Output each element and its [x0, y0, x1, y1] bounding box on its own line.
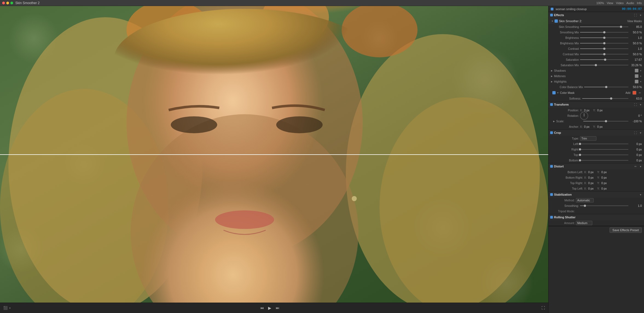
saturation-thumb[interactable] — [604, 59, 606, 61]
midtones-expand-arrow[interactable] — [551, 75, 553, 77]
saturation-mix-thumb[interactable] — [595, 64, 597, 66]
effects-options-icon[interactable]: ▾ — [639, 13, 642, 17]
brightness-mix-thumb[interactable] — [603, 42, 605, 44]
tab-video[interactable]: Video — [616, 1, 624, 5]
distort-tl-x-value[interactable]: 0 px — [588, 187, 596, 190]
close-window-btn[interactable] — [2, 2, 5, 4]
skin-smoothing-thumb[interactable] — [620, 26, 622, 28]
crop-bottom-thumb[interactable] — [579, 159, 581, 161]
position-x-value[interactable]: 0 px — [584, 109, 592, 112]
skin-smoother-effect-header[interactable]: Skin Smoother 2: View Masks — [549, 18, 644, 24]
crop-section-header[interactable]: Crop ⛶ ▾ — [549, 130, 644, 136]
shadows-dropdown-arrow[interactable] — [640, 69, 642, 72]
color-mask-arrow[interactable] — [557, 92, 559, 94]
crop-left-slider[interactable] — [580, 142, 628, 146]
color-balance-mix-slider[interactable] — [584, 85, 628, 89]
scale-thumb[interactable] — [605, 120, 607, 122]
crop-top-slider[interactable] — [580, 153, 628, 157]
highlights-dropdown-arrow[interactable] — [640, 80, 642, 83]
shadows-expand-arrow[interactable] — [551, 69, 553, 72]
distort-options-icon[interactable]: ▾ — [639, 164, 642, 168]
distort-bl-x-value[interactable]: 0 px — [588, 170, 596, 174]
brightness-mix-slider[interactable] — [580, 41, 628, 45]
distort-edit-icon[interactable]: ✏ — [634, 164, 637, 168]
transform-section-header[interactable]: Transform ⛶ ▾ — [549, 102, 644, 108]
brightness-thumb[interactable] — [603, 37, 605, 39]
color-mask-swatch[interactable] — [633, 91, 636, 95]
view-masks-button[interactable]: View Masks — [627, 20, 642, 23]
crop-expand-icon[interactable]: ⛶ — [634, 131, 637, 135]
effects-section-header[interactable]: Effects ⛶ ▾ — [549, 12, 644, 18]
anchor-x-value[interactable]: 0 px — [584, 125, 592, 128]
rotation-slider[interactable] — [580, 114, 628, 118]
distort-tr-x-value[interactable]: 0 px — [588, 181, 596, 185]
crop-left-thumb[interactable] — [579, 143, 581, 145]
stabilization-smoothing-slider[interactable] — [580, 204, 628, 208]
skin-smoothing-slider[interactable] — [580, 25, 628, 29]
crop-type-dropdown[interactable]: Trim — [580, 136, 642, 141]
position-y-value[interactable]: 0 px — [597, 109, 605, 112]
go-to-start-button[interactable]: ⏮ — [260, 306, 264, 310]
crop-type-value[interactable]: Trim — [580, 136, 596, 141]
midtones-color-swatch[interactable] — [635, 74, 639, 78]
fullscreen-button[interactable]: ⛶ — [541, 306, 545, 310]
distort-tr-y-value[interactable]: 0 px — [601, 181, 610, 185]
tab-info[interactable]: Info — [637, 1, 642, 5]
stabilization-section-header[interactable]: Stabilization ▾ — [549, 192, 644, 198]
save-effects-preset-button[interactable]: Save Effects Preset — [610, 227, 642, 233]
rotation-dial[interactable] — [580, 112, 588, 120]
crop-bottom-slider[interactable] — [580, 158, 628, 162]
shadows-color-swatch[interactable] — [635, 69, 639, 73]
distort-tl-y-value[interactable]: 0 px — [601, 187, 610, 190]
preview-icon[interactable]: ⬛ — [3, 306, 8, 310]
saturation-slider[interactable] — [580, 58, 628, 62]
smoothing-mix-thumb[interactable] — [603, 31, 605, 33]
contrast-slider[interactable] — [580, 47, 628, 51]
effect-collapse-arrow[interactable] — [551, 20, 553, 22]
brightness-slider[interactable] — [580, 36, 628, 40]
effects-expand-icon[interactable]: ⛶ — [634, 13, 637, 17]
stabilization-method-value[interactable]: Automatic — [576, 198, 594, 202]
view-label[interactable]: View — [607, 1, 613, 5]
crop-right-thumb[interactable] — [579, 148, 581, 150]
transform-expand-icon[interactable]: ⛶ — [634, 103, 637, 106]
scale-expand-arrow[interactable] — [553, 120, 555, 122]
distort-bl-y-value[interactable]: 0 px — [601, 170, 610, 174]
crop-options-icon[interactable]: ▾ — [639, 131, 642, 135]
position-row: Position: X: 0 px Y: 0 px — [549, 108, 644, 113]
color-mask-edit-icon[interactable]: ✏ — [638, 91, 642, 95]
distort-br-y-value[interactable]: 0 px — [601, 176, 610, 179]
play-button[interactable]: ▶ — [268, 306, 271, 311]
contrast-mix-thumb[interactable] — [603, 53, 605, 55]
saturation-mix-slider[interactable] — [580, 63, 628, 67]
softness-thumb[interactable] — [610, 97, 612, 100]
rolling-shutter-section-header[interactable]: Rolling Shutter — [549, 214, 644, 220]
crop-right-slider[interactable] — [580, 147, 628, 151]
minimize-window-btn[interactable] — [6, 2, 9, 4]
fullscreen-window-btn[interactable] — [10, 2, 13, 4]
color-mask-add-button[interactable]: Add — [625, 91, 630, 94]
scale-slider[interactable] — [583, 119, 628, 123]
softness-slider[interactable] — [582, 97, 628, 100]
go-to-end-button[interactable]: ⏭ — [276, 306, 279, 310]
highlights-color-swatch[interactable] — [635, 80, 639, 83]
stabilization-options-icon[interactable]: ▾ — [639, 193, 642, 196]
rolling-shutter-amount-value[interactable]: Medium — [576, 221, 592, 225]
smoothing-mix-slider[interactable] — [580, 30, 628, 34]
color-mask-checkbox[interactable] — [552, 91, 556, 94]
transform-options-icon[interactable]: ▾ — [639, 103, 642, 106]
highlights-expand-arrow[interactable] — [551, 80, 553, 83]
anchor-y-value[interactable]: 0 px — [597, 125, 605, 128]
contrast-mix-slider[interactable] — [580, 52, 628, 56]
midtones-dropdown-arrow[interactable] — [640, 75, 642, 77]
stabilization-smoothing-thumb[interactable] — [584, 205, 586, 207]
color-balance-mix-thumb[interactable] — [605, 86, 607, 88]
tab-audio[interactable]: Audio — [626, 1, 634, 5]
crop-top-label: Top: — [553, 153, 579, 156]
effect-enabled-checkbox[interactable] — [555, 19, 558, 23]
crop-top-thumb[interactable] — [579, 154, 581, 156]
distort-section-header[interactable]: Distort ✏ ▾ — [549, 163, 644, 169]
contrast-thumb[interactable] — [603, 48, 605, 50]
rotation-label: Rotation: — [553, 114, 579, 117]
distort-br-x-value[interactable]: 0 px — [588, 176, 596, 179]
